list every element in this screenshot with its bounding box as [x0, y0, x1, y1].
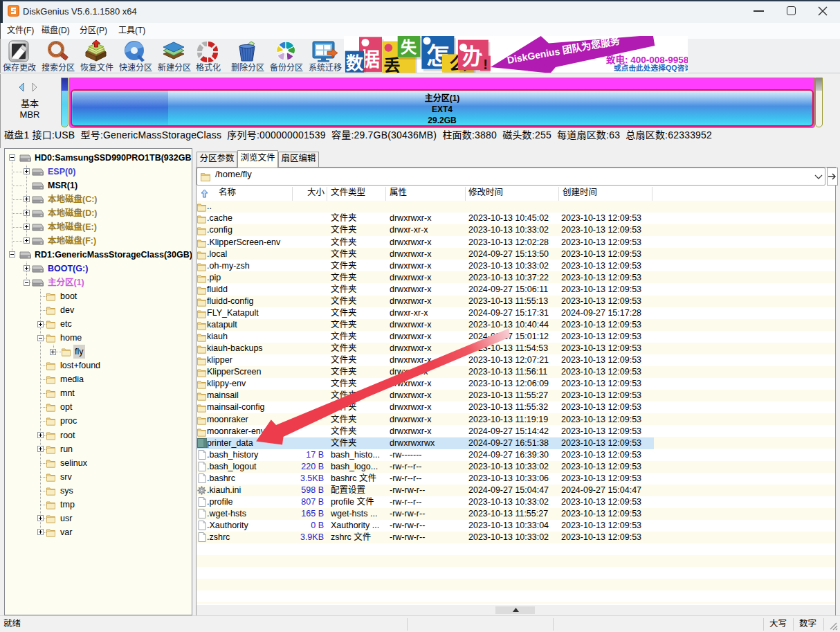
svg-text:失: 失: [401, 36, 417, 57]
svg-text:!: !: [483, 57, 488, 72]
svg-text:数: 数: [346, 49, 364, 73]
